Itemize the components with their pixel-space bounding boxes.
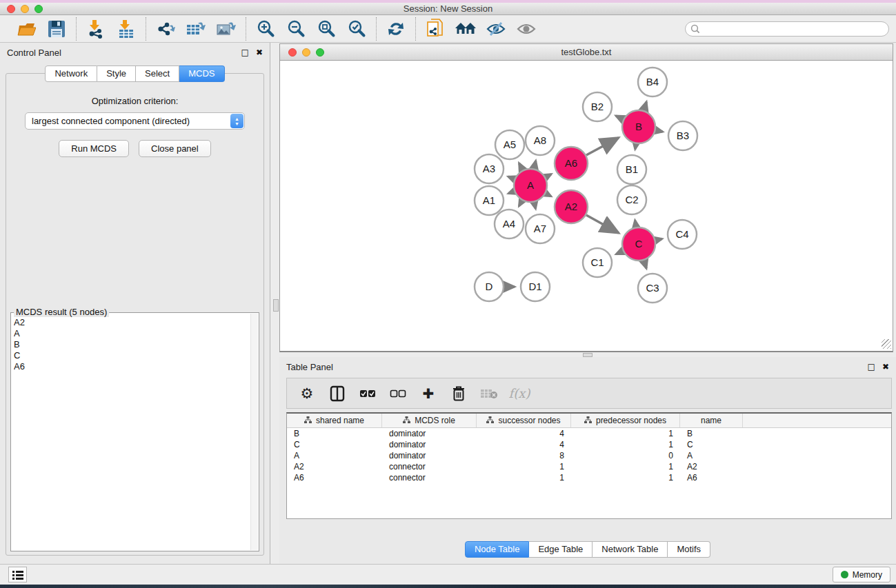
edge-A-A2[interactable] xyxy=(546,194,551,196)
memory-button[interactable]: Memory xyxy=(833,567,890,582)
table-cell[interactable]: A xyxy=(287,450,382,461)
table-cell[interactable]: A2 xyxy=(680,461,743,472)
close-panel-button[interactable]: Close panel xyxy=(139,140,211,157)
edge-A-A4[interactable] xyxy=(519,201,522,206)
zoom-window-button[interactable] xyxy=(34,5,43,13)
result-item[interactable]: A2 xyxy=(14,317,249,328)
zoom-in-icon[interactable] xyxy=(252,18,279,40)
delete-table-icon[interactable] xyxy=(480,385,498,403)
edge-A-A6[interactable] xyxy=(546,174,551,177)
column-header-predecessor-nodes[interactable]: predecessor nodes xyxy=(571,414,680,427)
tab-motifs[interactable]: Motifs xyxy=(668,541,710,558)
edge-A2-C[interactable] xyxy=(586,215,619,233)
table-cell[interactable]: 4 xyxy=(477,439,571,450)
show-column-icon[interactable] xyxy=(328,385,346,403)
table-cell[interactable]: A6 xyxy=(287,472,382,483)
edge-A-A7[interactable] xyxy=(534,202,535,208)
open-folder-icon[interactable] xyxy=(13,18,39,40)
table-row[interactable]: Bdominator41B xyxy=(287,428,891,439)
table-cell[interactable]: 8 xyxy=(477,450,571,461)
result-item[interactable]: A xyxy=(14,328,249,339)
save-icon[interactable] xyxy=(43,18,70,40)
tab-mcds[interactable]: MCDS xyxy=(179,65,224,82)
column-header-successor-nodes[interactable]: successor nodes xyxy=(477,414,571,427)
add-column-plus-icon[interactable]: ✚ xyxy=(419,385,437,403)
table-row[interactable]: A6connector11A6 xyxy=(287,472,891,483)
result-scrollbar[interactable] xyxy=(250,314,258,550)
network-minimize-button[interactable] xyxy=(302,48,310,57)
function-builder-icon[interactable]: f(x) xyxy=(510,385,528,403)
edge-C-C3[interactable] xyxy=(644,261,646,269)
edge-A-A8[interactable] xyxy=(534,161,535,168)
tab-select[interactable]: Select xyxy=(136,65,179,82)
close-table-panel-icon[interactable]: ✖ xyxy=(882,362,889,372)
search-input[interactable] xyxy=(703,23,888,35)
mcds-result-list[interactable]: A2ABCA6 xyxy=(14,317,249,549)
tab-node-table[interactable]: Node Table xyxy=(465,541,530,558)
table-cell[interactable]: dominator xyxy=(382,428,477,439)
export-image-icon[interactable] xyxy=(213,18,239,40)
hide-panels-eye-icon[interactable] xyxy=(483,18,509,40)
edge-C-C2[interactable] xyxy=(635,221,637,227)
tab-edge-table[interactable]: Edge Table xyxy=(529,541,593,558)
zoom-fit-icon[interactable] xyxy=(313,18,339,40)
edge-B-B3[interactable] xyxy=(655,130,662,132)
table-row[interactable]: A2connector11A2 xyxy=(287,461,891,472)
network-close-button[interactable] xyxy=(288,48,297,57)
session-title-bar[interactable]: Session: New Session xyxy=(0,3,896,15)
result-item[interactable]: B xyxy=(14,339,249,350)
table-row[interactable]: Adominator80A xyxy=(287,450,891,461)
minimize-window-button[interactable] xyxy=(21,5,29,13)
column-header-name[interactable]: name xyxy=(680,414,743,427)
table-cell[interactable]: 1 xyxy=(477,472,571,483)
table-cell[interactable]: A xyxy=(680,450,743,461)
zoom-out-icon[interactable] xyxy=(283,18,309,40)
edge-A-A5[interactable] xyxy=(519,163,523,170)
new-session-from-network-icon[interactable] xyxy=(422,18,448,40)
network-window-title-bar[interactable]: testGlobe.txt xyxy=(279,43,893,61)
refresh-icon[interactable] xyxy=(383,18,409,40)
edge-C-C1[interactable] xyxy=(616,251,623,254)
search-field[interactable] xyxy=(685,21,889,37)
table-cell[interactable]: C xyxy=(287,439,382,450)
edge-B-B4[interactable] xyxy=(644,102,646,110)
table-cell[interactable]: 4 xyxy=(477,428,571,439)
result-item[interactable]: A6 xyxy=(14,361,249,372)
import-table-icon[interactable] xyxy=(113,18,139,40)
result-item[interactable]: C xyxy=(14,350,249,361)
close-panel-icon[interactable]: ✖ xyxy=(256,48,263,57)
float-table-panel-icon[interactable]: □ xyxy=(868,362,875,372)
table-cell[interactable]: B xyxy=(680,428,743,439)
deselect-all-checkboxes-icon[interactable] xyxy=(389,385,407,403)
table-cell[interactable]: 1 xyxy=(571,461,680,472)
close-window-button[interactable] xyxy=(7,5,15,13)
table-settings-gear-icon[interactable]: ⚙ xyxy=(298,385,316,403)
edge-C-C4[interactable] xyxy=(655,239,661,241)
tab-network[interactable]: Network xyxy=(45,65,97,82)
float-panel-icon[interactable]: □ xyxy=(241,48,249,57)
delete-column-trash-icon[interactable] xyxy=(450,385,468,403)
table-row[interactable]: Cdominator41C xyxy=(287,439,891,450)
export-network-icon[interactable] xyxy=(152,18,179,40)
task-history-button[interactable] xyxy=(8,567,27,582)
export-table-icon[interactable] xyxy=(183,18,209,40)
home-icon[interactable] xyxy=(452,18,479,40)
table-cell[interactable]: connector xyxy=(382,472,477,483)
table-cell[interactable]: 1 xyxy=(571,428,680,439)
table-cell[interactable]: 0 xyxy=(571,450,680,461)
edge-A-A1[interactable] xyxy=(508,192,514,194)
table-cell[interactable]: dominator xyxy=(382,450,477,461)
table-cell[interactable]: connector xyxy=(382,461,477,472)
import-network-icon[interactable] xyxy=(83,18,109,40)
tab-network-table[interactable]: Network Table xyxy=(593,541,668,558)
column-header-MCDS-role[interactable]: MCDS role xyxy=(382,414,477,427)
resize-grip-icon[interactable] xyxy=(882,339,891,349)
edge-B-B1[interactable] xyxy=(635,144,636,150)
edge-A-A3[interactable] xyxy=(508,176,515,179)
edge-B-B2[interactable] xyxy=(616,116,623,119)
table-cell[interactable]: A6 xyxy=(680,472,743,483)
table-cell[interactable]: 1 xyxy=(477,461,571,472)
select-all-checkboxes-icon[interactable] xyxy=(359,385,377,403)
show-panels-eye-icon[interactable] xyxy=(513,18,539,40)
column-header-shared-name[interactable]: shared name xyxy=(287,414,382,427)
